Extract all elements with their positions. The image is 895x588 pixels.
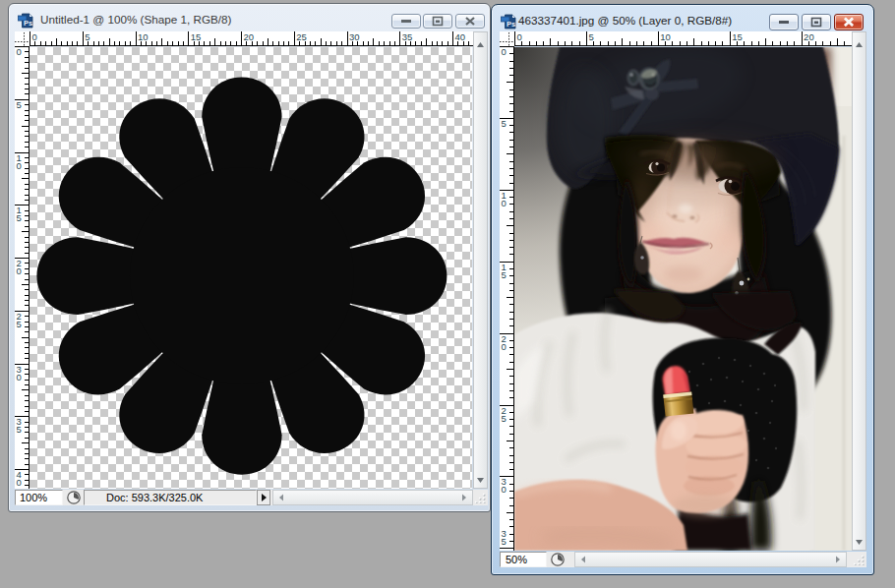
svg-text:10: 10 [660,31,671,42]
svg-text:5: 5 [85,31,90,42]
svg-text:0: 0 [17,160,22,171]
svg-text:35: 35 [402,31,413,42]
svg-text:0: 0 [17,372,22,382]
svg-text:15: 15 [732,31,743,42]
svg-text:0: 0 [502,484,507,495]
svg-text:25: 25 [296,31,307,42]
svg-text:0: 0 [32,31,37,42]
svg-text:0: 0 [502,46,507,57]
svg-text:5: 5 [17,319,22,329]
svg-text:5: 5 [17,99,22,110]
svg-text:0: 0 [17,265,22,276]
svg-text:Ps: Ps [24,19,32,28]
svg-text:0: 0 [17,46,22,57]
svg-text:5: 5 [502,413,507,424]
svg-text:20: 20 [244,31,255,42]
svg-text:15: 15 [191,31,202,42]
svg-text:5: 5 [588,31,593,42]
svg-text:0: 0 [17,477,22,488]
svg-text:20: 20 [804,31,814,42]
svg-text:0: 0 [517,31,522,42]
svg-text:0: 0 [502,198,507,208]
svg-text:5: 5 [502,118,507,129]
svg-text:40: 40 [455,31,466,42]
svg-text:Ps: Ps [507,20,515,29]
svg-text:5: 5 [502,536,507,547]
svg-text:30: 30 [349,31,360,42]
svg-text:5: 5 [17,212,22,223]
svg-text:5: 5 [17,424,22,435]
svg-text:5: 5 [502,269,507,280]
svg-text:0: 0 [502,341,507,352]
svg-text:10: 10 [138,31,149,42]
